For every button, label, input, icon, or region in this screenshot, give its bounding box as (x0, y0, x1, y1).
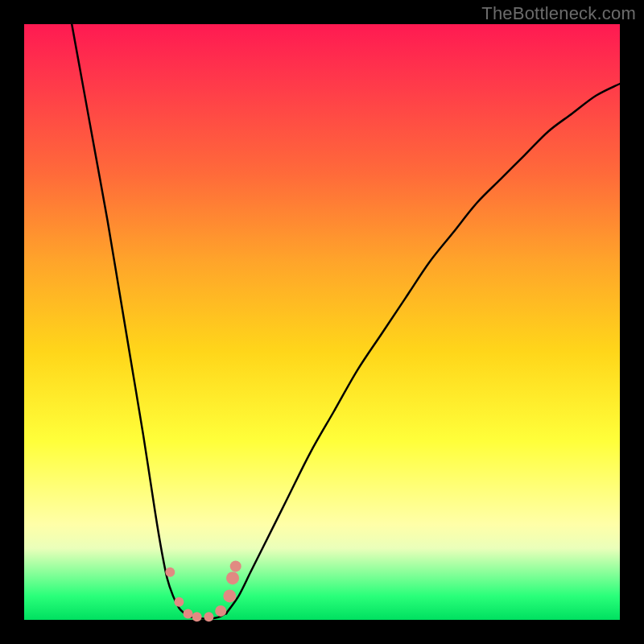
chart-svg (24, 24, 620, 620)
bottleneck-curve (72, 24, 620, 619)
valley-marker (226, 572, 239, 584)
valley-marker (204, 612, 213, 621)
valley-markers (165, 560, 241, 621)
plot-area (24, 24, 620, 620)
outer-frame: TheBottleneck.com (0, 0, 644, 644)
valley-marker (223, 589, 236, 602)
valley-marker (165, 568, 175, 577)
valley-marker (215, 605, 226, 617)
valley-marker (230, 560, 242, 572)
valley-marker (192, 612, 202, 621)
valley-marker (184, 609, 193, 619)
watermark-text: TheBottleneck.com (481, 3, 636, 24)
valley-marker (174, 597, 184, 607)
